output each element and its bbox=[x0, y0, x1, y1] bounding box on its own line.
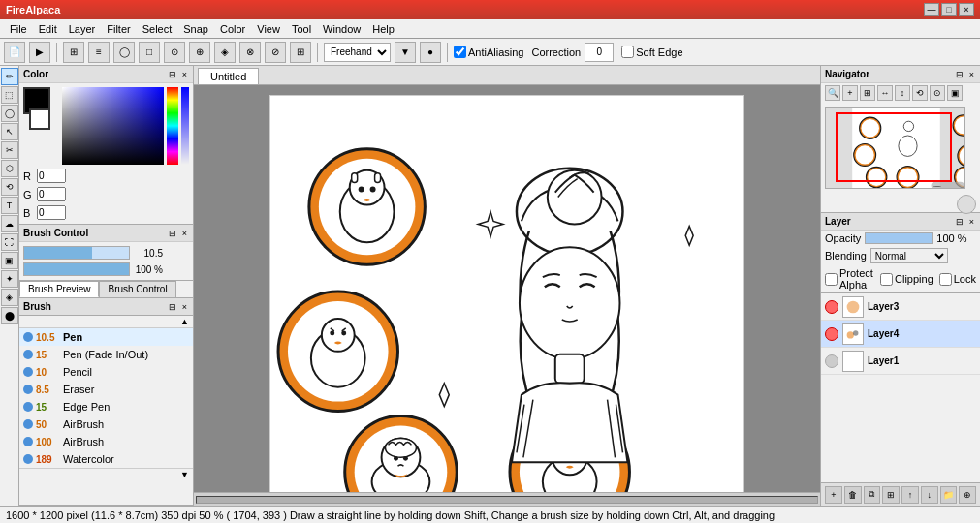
background-swatch[interactable] bbox=[29, 108, 50, 130]
mode-dropdown-btn[interactable]: ▼ bbox=[395, 42, 416, 63]
nav-zoom-in-btn[interactable]: + bbox=[842, 85, 858, 101]
menu-select[interactable]: Select bbox=[137, 21, 178, 37]
layer-eye-layer1[interactable] bbox=[825, 354, 838, 368]
layer-eye-layer4[interactable] bbox=[825, 327, 838, 341]
lines-btn[interactable]: ≡ bbox=[88, 42, 110, 63]
soft-edge-check[interactable]: Soft Edge bbox=[621, 46, 682, 58]
color-hue-slider[interactable] bbox=[167, 87, 178, 165]
menu-help[interactable]: Help bbox=[366, 21, 400, 37]
scrollbar-track[interactable] bbox=[196, 496, 818, 504]
soft-edge-checkbox[interactable] bbox=[621, 46, 634, 58]
protect-alpha-check[interactable]: Protect Alpha bbox=[825, 267, 874, 291]
tool-arrow[interactable]: ↖ bbox=[1, 123, 18, 140]
tool5-btn[interactable]: ⊙ bbox=[164, 42, 185, 63]
layer-add-btn[interactable]: + bbox=[825, 486, 842, 504]
lock-check[interactable]: Lock bbox=[939, 273, 976, 286]
tab-brush-preview[interactable]: Brush Preview bbox=[19, 281, 99, 297]
lock-checkbox[interactable] bbox=[939, 273, 952, 286]
nav-fit-btn[interactable]: ⊞ bbox=[860, 85, 875, 101]
canvas-scrollbar-horizontal[interactable] bbox=[194, 492, 820, 506]
menu-edit[interactable]: Edit bbox=[33, 21, 63, 37]
square-btn[interactable]: □ bbox=[139, 42, 160, 63]
navigator-close-btn[interactable]: × bbox=[967, 70, 976, 79]
protect-alpha-checkbox[interactable] bbox=[825, 273, 838, 286]
tab-brush-control[interactable]: Brush Control bbox=[99, 281, 175, 297]
tool10-btn[interactable]: ⊞ bbox=[290, 42, 311, 63]
tool9-btn[interactable]: ⊘ bbox=[265, 42, 286, 63]
brush-list-float-btn[interactable]: ⊟ bbox=[167, 302, 178, 312]
menu-snap[interactable]: Snap bbox=[177, 21, 214, 37]
layer-item-layer4[interactable]: Layer4 bbox=[821, 321, 980, 348]
tool8-btn[interactable]: ⊗ bbox=[239, 42, 261, 63]
tool-shape[interactable]: ◯ bbox=[1, 105, 18, 122]
brush-item-pencil[interactable]: 10 Pencil bbox=[19, 363, 193, 381]
layer-duplicate-btn[interactable]: ⧉ bbox=[864, 486, 881, 504]
layer-merge-btn[interactable]: ⊞ bbox=[882, 486, 900, 504]
menu-layer[interactable]: Layer bbox=[63, 21, 102, 37]
layer-group-btn[interactable]: ⊕ bbox=[959, 486, 976, 504]
nav-rotate-btn[interactable]: ⟲ bbox=[912, 85, 928, 101]
nav-zoom-out-btn[interactable]: 🔍 bbox=[825, 85, 840, 101]
tool6-btn[interactable]: ⊕ bbox=[189, 42, 210, 63]
layer-item-layer3[interactable]: Layer3 bbox=[821, 293, 980, 321]
menu-filter[interactable]: Filter bbox=[101, 21, 136, 37]
grid-btn[interactable]: ⊞ bbox=[63, 42, 84, 63]
layer-opacity-track[interactable] bbox=[865, 232, 933, 244]
brush-list-close-btn[interactable]: × bbox=[180, 302, 189, 312]
brush-mode-select[interactable]: Freehand bbox=[324, 43, 391, 62]
nav-reset-btn[interactable]: ⊙ bbox=[930, 85, 945, 101]
brush-item-pen-fade[interactable]: 15 Pen (Fade In/Out) bbox=[19, 346, 193, 363]
layer-eye-layer3[interactable] bbox=[825, 300, 838, 314]
tool7-btn[interactable]: ◈ bbox=[214, 42, 236, 63]
layer-down-btn[interactable]: ↓ bbox=[921, 486, 938, 504]
tool-fill[interactable]: ⬡ bbox=[1, 160, 18, 177]
color-gradient-picker[interactable] bbox=[62, 87, 164, 165]
navigator-float-btn[interactable]: ⊟ bbox=[954, 70, 965, 79]
canvas-viewport[interactable]: uhh... #Emina bbox=[194, 85, 820, 492]
brush-item-airbrush-100[interactable]: 100 AirBrush bbox=[19, 433, 193, 450]
color-panel-float-btn[interactable]: ⊟ bbox=[167, 70, 178, 79]
menu-file[interactable]: File bbox=[4, 21, 33, 37]
correction-input[interactable] bbox=[585, 43, 614, 62]
clipping-checkbox[interactable] bbox=[880, 273, 893, 286]
brush-item-watercolor[interactable]: 189 Watercolor bbox=[19, 450, 193, 468]
layer-up-btn[interactable]: ↑ bbox=[901, 486, 919, 504]
brush-item-edge-pen[interactable]: 15 Edge Pen bbox=[19, 398, 193, 415]
rgb-b-input[interactable]: 0 bbox=[37, 205, 66, 220]
rgb-r-input[interactable]: 0 bbox=[37, 169, 66, 183]
tool-frame[interactable]: ◈ bbox=[1, 289, 18, 306]
color-panel-close-btn[interactable]: × bbox=[180, 70, 189, 79]
brush-control-close-btn[interactable]: × bbox=[180, 229, 189, 238]
layer-panel-close-btn[interactable]: × bbox=[967, 217, 976, 227]
color-alpha-slider[interactable] bbox=[181, 87, 189, 165]
menu-window[interactable]: Window bbox=[317, 21, 366, 37]
brush-item-eraser[interactable]: 8.5 Eraser bbox=[19, 381, 193, 398]
clipping-check[interactable]: Clipping bbox=[880, 273, 933, 286]
navigator-preview[interactable]: #Emina bbox=[825, 107, 965, 189]
brush-opacity-track[interactable] bbox=[23, 262, 130, 276]
minimize-btn[interactable]: — bbox=[924, 3, 939, 16]
tool-cut[interactable]: ✂ bbox=[1, 141, 18, 159]
tool-select[interactable]: ⬚ bbox=[1, 86, 18, 104]
mode-extra-btn[interactable]: ● bbox=[420, 42, 441, 63]
new-file-btn[interactable]: 📄 bbox=[4, 42, 25, 63]
tool-text[interactable]: T bbox=[1, 197, 18, 214]
tool-eyedrop[interactable]: ▣ bbox=[1, 252, 18, 269]
nav-flip-v-btn[interactable]: ↕ bbox=[895, 85, 910, 101]
layer-blend-select[interactable]: Normal bbox=[870, 248, 948, 263]
rgb-g-input[interactable]: 0 bbox=[37, 187, 66, 201]
brush-scroll-up-btn[interactable]: ▲ bbox=[180, 317, 189, 326]
tool-smudge[interactable]: ☁ bbox=[1, 215, 18, 232]
circle-btn[interactable]: ◯ bbox=[113, 42, 135, 63]
canvas-tab-untitled[interactable]: Untitled bbox=[198, 68, 259, 84]
brush-item-pen[interactable]: 10.5 Pen bbox=[19, 328, 193, 346]
menu-color[interactable]: Color bbox=[214, 21, 251, 37]
close-btn[interactable]: × bbox=[959, 3, 974, 16]
menu-view[interactable]: View bbox=[251, 21, 286, 37]
brush-item-airbrush-50[interactable]: 50 AirBrush bbox=[19, 415, 193, 433]
brush-size-track[interactable] bbox=[23, 246, 130, 260]
layer-panel-float-btn[interactable]: ⊟ bbox=[954, 217, 965, 227]
layer-delete-btn[interactable]: 🗑 bbox=[844, 486, 862, 504]
play-btn[interactable]: ▶ bbox=[29, 42, 50, 63]
menu-tool[interactable]: Tool bbox=[286, 21, 317, 37]
